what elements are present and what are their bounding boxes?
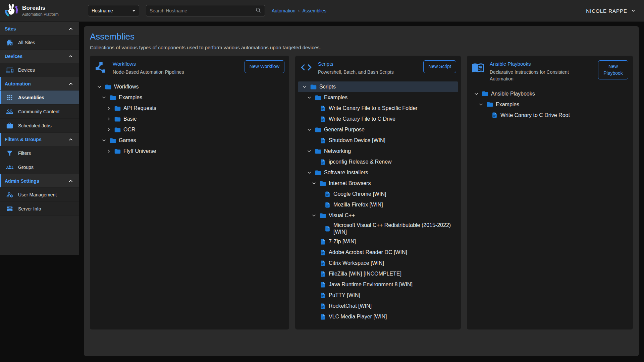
tree-item-label: Visual C++	[329, 211, 355, 220]
breadcrumb-assemblies[interactable]: Assemblies	[303, 8, 327, 13]
tree-folder-row[interactable]: Examples	[470, 99, 630, 110]
chevron-down-icon[interactable]	[474, 91, 479, 97]
tree-folder-row[interactable]: Basic	[93, 114, 286, 124]
chevron-right-icon[interactable]	[106, 148, 111, 154]
tree-folder-row[interactable]: Internet Browsers	[298, 178, 458, 189]
tree-item-label: Scripts	[319, 82, 336, 91]
chevron-down-icon[interactable]	[101, 95, 107, 100]
tree-folder-row[interactable]: Ansible Playbooks	[470, 88, 630, 99]
chevron-down-icon[interactable]	[311, 181, 317, 186]
new-playbook-button[interactable]: New Playbook	[598, 60, 628, 79]
tree-folder-row[interactable]: Examples	[93, 92, 286, 103]
chevron-up-icon	[68, 137, 73, 142]
chevron-up-icon	[68, 54, 73, 59]
tree-file-row[interactable]: Google Chrome [WIN]	[298, 189, 458, 199]
tree-file-row[interactable]: Write Canary File to a Specific Folder	[298, 103, 458, 114]
folder-icon	[114, 147, 121, 155]
scripts-card-subtitle: Powershell, Batch, and Bash Scripts	[318, 69, 418, 75]
app-tagline: Automation Platform	[22, 12, 59, 17]
chevron-down-icon[interactable]	[311, 213, 317, 218]
tree-file-row[interactable]: Citrix Workspace [WIN]	[298, 258, 458, 268]
search-hostname-box[interactable]	[146, 5, 265, 16]
sidebar-section-filters-groups[interactable]: Filters & Groups	[0, 133, 79, 146]
breadcrumb-separator-icon: ›	[298, 8, 300, 13]
chevron-down-icon[interactable]	[307, 127, 312, 132]
chevron-down-icon[interactable]	[307, 148, 312, 154]
building-icon	[6, 39, 13, 46]
file-icon	[324, 190, 331, 198]
tree-file-row[interactable]: Shutdown Device [WIN]	[298, 135, 458, 146]
sidebar-section-devices[interactable]: Devices	[0, 50, 79, 63]
tree-folder-row[interactable]: Software Installers	[298, 167, 458, 178]
tree-folder-row[interactable]: Workflows	[93, 81, 286, 92]
people-icon	[6, 108, 13, 115]
dropdown-caret-icon	[132, 10, 136, 12]
tree-file-row[interactable]: PuTTY [WIN]	[298, 290, 458, 301]
tree-folder-row[interactable]: Scripts	[298, 81, 458, 92]
ansible-playbooks-card: Ansible Playbooks Declarative Instructio…	[467, 56, 633, 329]
tree-file-row[interactable]: VLC Media Player [WIN]	[298, 311, 458, 322]
chevron-up-icon	[68, 81, 73, 86]
sidebar-item-groups[interactable]: Groups	[0, 160, 79, 174]
chevron-down-icon[interactable]	[101, 138, 107, 143]
tree-file-row[interactable]: Write Canary to C Drive Root	[470, 110, 630, 121]
tree-folder-row[interactable]: Flyff Universe	[93, 146, 286, 157]
tree-item-label: RocketChat [WIN]	[329, 302, 372, 310]
tree-folder-row[interactable]: Networking	[298, 146, 458, 157]
search-hostname-input[interactable]	[150, 8, 255, 13]
sidebar-section-automation[interactable]: Automation	[0, 77, 79, 90]
tree-file-row[interactable]: Microsoft Visual C++ Redistributable (20…	[298, 221, 458, 236]
sidebar-item-user-management[interactable]: User Management	[0, 188, 79, 202]
sidebar-item-server-info[interactable]: Server Info	[0, 202, 79, 216]
chevron-down-icon[interactable]	[307, 95, 312, 100]
tree-folder-row[interactable]: OCR	[93, 124, 286, 135]
file-icon	[319, 259, 326, 267]
sidebar-item-devices[interactable]: Devices	[0, 63, 79, 77]
sidebar-item-filters[interactable]: Filters	[0, 146, 79, 160]
tree-item-label: 7-Zip [WIN]	[329, 237, 356, 246]
sidebar-section-sites[interactable]: Sites	[0, 22, 79, 36]
tree-folder-row[interactable]: API Requests	[93, 103, 286, 114]
breadcrumb-automation[interactable]: Automation	[272, 8, 296, 13]
sidebar-item-scheduled-jobs[interactable]: Scheduled Jobs	[0, 119, 79, 133]
file-icon	[319, 137, 326, 144]
chevron-right-icon[interactable]	[106, 127, 111, 132]
tree-file-row[interactable]: ipconfig Release & Renew	[298, 157, 458, 167]
tree-file-row[interactable]: 7-Zip [WIN]	[298, 236, 458, 247]
chevron-down-icon[interactable]	[97, 84, 102, 89]
scripts-card-title: Scripts	[318, 61, 418, 67]
folder-icon	[314, 147, 322, 155]
tree-folder-row[interactable]: Visual C++	[298, 210, 458, 221]
sidebar: Sites All Sites Devices Devices Automati…	[0, 22, 79, 255]
new-workflow-button[interactable]: New Workflow	[245, 60, 284, 73]
chevron-down-icon[interactable]	[478, 102, 484, 107]
folder-icon	[314, 169, 322, 176]
chevron-down-icon[interactable]	[302, 84, 307, 89]
tree-file-row[interactable]: Java Runtime Environment 8 [WIN]	[298, 279, 458, 290]
sidebar-item-all-sites[interactable]: All Sites	[0, 36, 79, 50]
chevron-right-icon[interactable]	[106, 116, 111, 122]
folder-icon	[481, 90, 489, 98]
chevron-right-icon[interactable]	[106, 106, 111, 111]
folder-icon	[314, 126, 322, 133]
tree-folder-row[interactable]: Games	[93, 135, 286, 146]
user-menu[interactable]: NICOLE RAPPE	[586, 8, 636, 14]
tree-file-row[interactable]: RocketChat [WIN]	[298, 301, 458, 311]
user-gear-icon	[6, 191, 13, 198]
sidebar-section-admin-settings[interactable]: Admin Settings	[0, 174, 79, 188]
page-subtitle: Collections of various types of componen…	[90, 45, 633, 50]
ansible-playbooks-card-title: Ansible Playbooks	[490, 61, 593, 67]
tree-file-row[interactable]: Adobe Acrobat Reader DC [WIN]	[298, 247, 458, 258]
tree-folder-row[interactable]: Examples	[298, 92, 458, 103]
sidebar-item-community-content[interactable]: Community Content	[0, 105, 79, 119]
tree-file-row[interactable]: Write Canary File to C Drive	[298, 114, 458, 124]
chevron-down-icon[interactable]	[307, 170, 312, 175]
sidebar-item-assemblies[interactable]: Assemblies	[0, 90, 79, 105]
tree-file-row[interactable]: Mozilla Firefox [WIN]	[298, 199, 458, 210]
file-icon	[319, 292, 326, 299]
tree-file-row[interactable]: FileZilla [WIN] [INCOMPLETE]	[298, 268, 458, 279]
tree-folder-row[interactable]: General Purpose	[298, 124, 458, 135]
new-script-button[interactable]: New Script	[423, 60, 456, 73]
tree-item-label: Software Installers	[324, 168, 368, 177]
hostname-dropdown[interactable]: Hostname	[88, 5, 139, 16]
